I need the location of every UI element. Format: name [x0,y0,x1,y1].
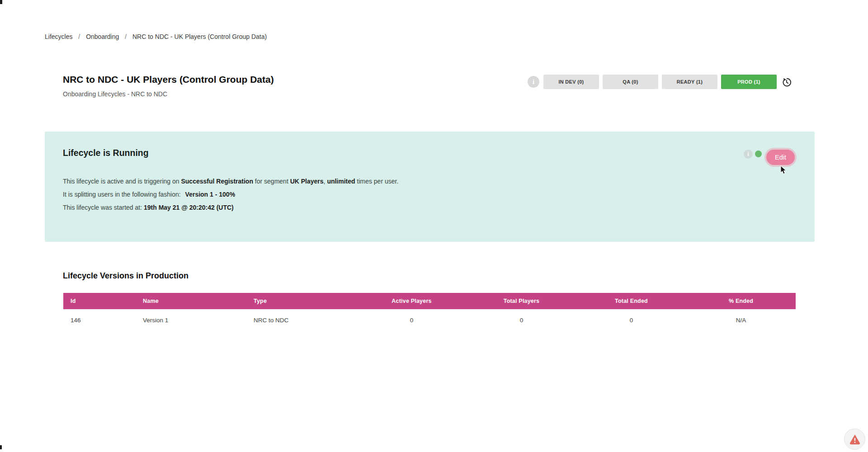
breadcrumb: Lifecycles / Onboarding / NRC to NDC - U… [45,33,267,40]
window-corner-artifact-top [0,0,2,4]
cell-name: Version 1 [136,309,246,331]
tab-qa[interactable]: QA (0) [603,75,658,89]
versions-table: Id Name Type Active Players Total Player… [63,293,796,331]
tab-ready[interactable]: READY (1) [662,75,717,89]
lifecycle-status-panel: Lifecycle is Running This lifecycle is a… [45,132,815,242]
breadcrumb-current-page[interactable]: NRC to NDC - UK Players (Control Group D… [132,33,267,40]
col-header-total-players: Total Players [467,293,576,309]
cell-type: NRC to NDC [246,309,357,331]
col-header-name: Name [136,293,246,309]
window-corner-artifact-bottom [0,445,2,449]
split-value: Version 1 - 100% [185,191,236,198]
stage-tabs: IN DEV (0) QA (0) READY (1) PROD (1) [543,75,777,89]
warning-button[interactable] [844,428,865,450]
col-header-id: Id [63,293,136,309]
cell-id: 146 [63,309,136,331]
col-header-type: Type [246,293,357,309]
history-icon[interactable] [781,76,792,88]
table-header-row: Id Name Type Active Players Total Player… [63,293,796,309]
breadcrumb-separator: / [125,33,127,40]
breadcrumb-lifecycles[interactable]: Lifecycles [45,33,72,40]
panel-description: This lifecycle is active and is triggeri… [63,177,398,216]
edit-button[interactable]: Edit [766,150,795,165]
table-row[interactable]: 146 Version 1 NRC to NDC 0 0 0 N/A [63,309,796,331]
cell-percent-ended: N/A [686,309,796,331]
started-datetime: 19th May 21 @ 20:20:42 (UTC) [144,204,234,211]
split-line: It is splitting users in the following f… [63,190,398,199]
cell-total-players: 0 [467,309,576,331]
col-header-active-players: Active Players [357,293,467,309]
info-icon[interactable]: i [528,76,539,88]
cell-total-ended: 0 [576,309,686,331]
tab-prod[interactable]: PROD (1) [721,75,777,89]
breadcrumb-separator: / [78,33,80,40]
page-subtitle: Onboarding Lifecycles - NRC to NDC [63,90,167,98]
times-limit: unlimited [327,178,355,185]
panel-heading: Lifecycle is Running [63,148,149,158]
green-status-dot [755,151,762,157]
page-title: NRC to NDC - UK Players (Control Group D… [63,74,274,85]
tab-in-dev[interactable]: IN DEV (0) [543,75,599,89]
info-icon[interactable]: i [744,150,753,159]
segment-name: UK Players [290,178,324,185]
trigger-event: Successful Registration [181,178,253,185]
trigger-line: This lifecycle is active and is triggeri… [63,177,398,186]
history-icon [781,76,792,88]
breadcrumb-onboarding[interactable]: Onboarding [86,33,119,40]
col-header-percent-ended: % Ended [686,293,796,309]
versions-section-heading: Lifecycle Versions in Production [63,271,189,281]
cell-active-players: 0 [357,309,467,331]
col-header-total-ended: Total Ended [576,293,686,309]
warning-triangle-icon [849,433,861,445]
started-line: This lifecycle was started at: 19th May … [63,203,398,212]
